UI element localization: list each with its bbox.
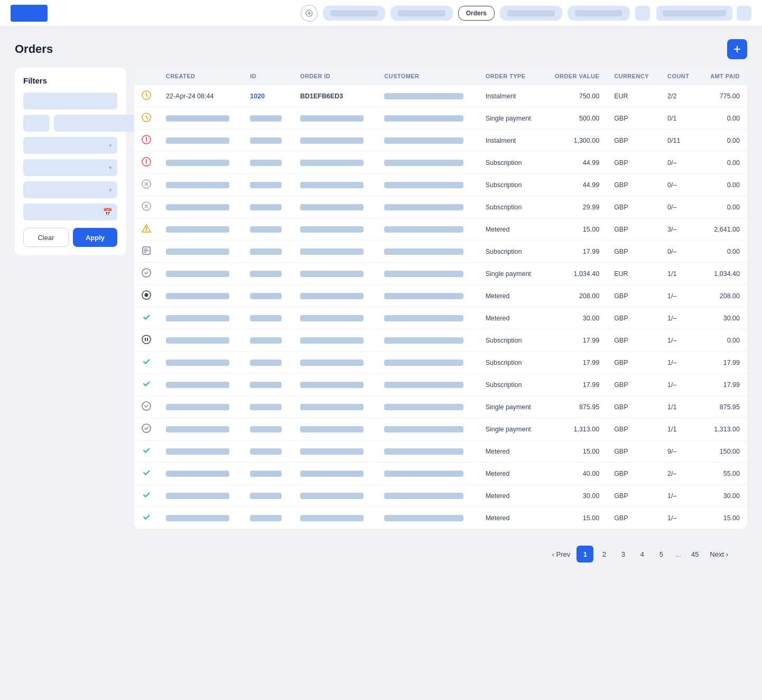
id-cell[interactable] bbox=[243, 507, 293, 529]
id-blur bbox=[250, 404, 282, 410]
page-2-button[interactable]: 2 bbox=[596, 546, 612, 563]
created-cell: 22-Apr-24 08:44 bbox=[159, 85, 243, 107]
next-page-button[interactable]: Next › bbox=[705, 546, 732, 563]
order-id-blur bbox=[300, 115, 364, 122]
nav-add-button[interactable] bbox=[301, 5, 318, 22]
nav-sq-1[interactable] bbox=[635, 6, 650, 21]
table-row[interactable]: Subscription17.99GBP1/–0.00 bbox=[134, 329, 747, 352]
id-cell[interactable] bbox=[243, 440, 293, 463]
id-cell[interactable] bbox=[243, 463, 293, 485]
page-5-button[interactable]: 5 bbox=[653, 546, 670, 563]
table-row[interactable]: Metered30.00GBP1/–30.00 bbox=[134, 485, 747, 507]
id-cell[interactable] bbox=[243, 285, 293, 307]
status-icon bbox=[142, 405, 151, 412]
status-icon-cell bbox=[134, 507, 159, 529]
table-row[interactable]: Metered15.00GBP9/–150.00 bbox=[134, 440, 747, 463]
id-cell[interactable] bbox=[243, 352, 293, 374]
status-icon bbox=[142, 361, 151, 368]
page-add-button[interactable] bbox=[727, 39, 747, 59]
filter-search-input[interactable] bbox=[23, 93, 117, 109]
table-row[interactable]: Subscription44.99GBP0/–0.00 bbox=[134, 174, 747, 196]
id-cell[interactable]: 1020 bbox=[243, 85, 293, 107]
created-cell bbox=[159, 152, 243, 174]
page-body: Orders Filters bbox=[0, 26, 762, 584]
id-cell[interactable] bbox=[243, 196, 293, 218]
clear-button[interactable]: Clear bbox=[23, 228, 69, 247]
order-id-blur bbox=[300, 293, 364, 299]
id-cell[interactable] bbox=[243, 152, 293, 174]
status-icon bbox=[142, 161, 151, 168]
status-icon-cell bbox=[134, 85, 159, 107]
table-row[interactable]: Subscription44.99GBP0/–0.00 bbox=[134, 152, 747, 174]
order-type-cell: Subscription bbox=[478, 329, 543, 352]
table-row[interactable]: Subscription17.99GBP1/–17.99 bbox=[134, 352, 747, 374]
table-row[interactable]: Instalment1,300.00GBP0/110.00 bbox=[134, 130, 747, 152]
nav-pill-5[interactable] bbox=[568, 6, 630, 21]
id-cell[interactable] bbox=[243, 485, 293, 507]
id-cell[interactable] bbox=[243, 418, 293, 440]
order-id-cell bbox=[293, 263, 377, 285]
order-value-cell: 30.00 bbox=[543, 307, 607, 329]
id-blur bbox=[250, 160, 282, 166]
id-cell[interactable] bbox=[243, 130, 293, 152]
table-row[interactable]: Subscription17.99GBP1/–17.99 bbox=[134, 374, 747, 396]
order-id-blur bbox=[300, 360, 364, 366]
apply-button[interactable]: Apply bbox=[73, 228, 117, 247]
nav-pill-orders[interactable]: Orders bbox=[458, 6, 495, 21]
table-row[interactable]: Single payment875.95GBP1/1875.95 bbox=[134, 396, 747, 418]
table-row[interactable]: Metered208.00GBP1/–208.00 bbox=[134, 285, 747, 307]
col-amt-paid: AMT PAID bbox=[700, 68, 747, 85]
id-cell[interactable] bbox=[243, 218, 293, 241]
table-row[interactable]: Subscription29.99GBP0/–0.00 bbox=[134, 196, 747, 218]
currency-cell: GBP bbox=[607, 418, 660, 440]
nav-box-1[interactable] bbox=[656, 6, 732, 21]
id-blur bbox=[250, 293, 282, 299]
table-row[interactable]: Single payment500.00GBP0/10.00 bbox=[134, 107, 747, 130]
id-cell[interactable] bbox=[243, 241, 293, 263]
id-cell[interactable] bbox=[243, 307, 293, 329]
nav-pill-2[interactable] bbox=[391, 6, 453, 21]
table-row[interactable]: Single payment1,313.00GBP1/11,313.00 bbox=[134, 418, 747, 440]
nav-sq-2[interactable] bbox=[737, 6, 751, 21]
table-row[interactable]: Single payment1,034.40EUR1/11,034.40 bbox=[134, 263, 747, 285]
table-row[interactable]: Subscription17.99GBP0/–0.00 bbox=[134, 241, 747, 263]
table-row[interactable]: 22-Apr-24 08:441020BD1EFB6ED3Instalment7… bbox=[134, 85, 747, 107]
created-cell bbox=[159, 241, 243, 263]
page-4-button[interactable]: 4 bbox=[634, 546, 651, 563]
amt-paid-cell: 17.99 bbox=[700, 374, 747, 396]
table-row[interactable]: Metered15.00GBP1/–15.00 bbox=[134, 507, 747, 529]
nav-pill-4[interactable] bbox=[500, 6, 562, 21]
created-cell bbox=[159, 196, 243, 218]
page-3-button[interactable]: 3 bbox=[615, 546, 631, 563]
status-icon bbox=[142, 383, 151, 390]
amt-paid-cell: 17.99 bbox=[700, 352, 747, 374]
table-row[interactable]: Metered15.00GBP3/–2,641.00 bbox=[134, 218, 747, 241]
id-cell[interactable] bbox=[243, 374, 293, 396]
order-type-cell: Metered bbox=[478, 485, 543, 507]
created-cell bbox=[159, 440, 243, 463]
filter-name-input[interactable] bbox=[54, 115, 142, 132]
id-cell[interactable] bbox=[243, 263, 293, 285]
order-value-cell: 15.00 bbox=[543, 218, 607, 241]
order-id-link[interactable]: 1020 bbox=[250, 93, 265, 100]
customer-cell bbox=[377, 418, 478, 440]
nav-logo[interactable] bbox=[11, 5, 48, 22]
id-cell[interactable] bbox=[243, 396, 293, 418]
customer-cell bbox=[377, 485, 478, 507]
filter-type-select[interactable] bbox=[23, 159, 117, 176]
page-45-button[interactable]: 45 bbox=[686, 546, 703, 563]
filter-status-select[interactable] bbox=[23, 137, 117, 154]
filter-currency-select[interactable] bbox=[23, 181, 117, 198]
customer-blur bbox=[384, 226, 463, 233]
id-cell[interactable] bbox=[243, 329, 293, 352]
prev-page-button[interactable]: ‹ Prev bbox=[548, 546, 575, 563]
id-cell[interactable] bbox=[243, 174, 293, 196]
table-row[interactable]: Metered40.00GBP2/–55.00 bbox=[134, 463, 747, 485]
filter-id-input[interactable] bbox=[23, 115, 50, 132]
nav-pill-1[interactable] bbox=[323, 6, 385, 21]
page-1-button[interactable]: 1 bbox=[577, 546, 593, 563]
table-row[interactable]: Metered30.00GBP1/–30.00 bbox=[134, 307, 747, 329]
id-cell[interactable] bbox=[243, 107, 293, 130]
order-id-blur bbox=[300, 182, 364, 188]
status-icon bbox=[142, 516, 151, 523]
